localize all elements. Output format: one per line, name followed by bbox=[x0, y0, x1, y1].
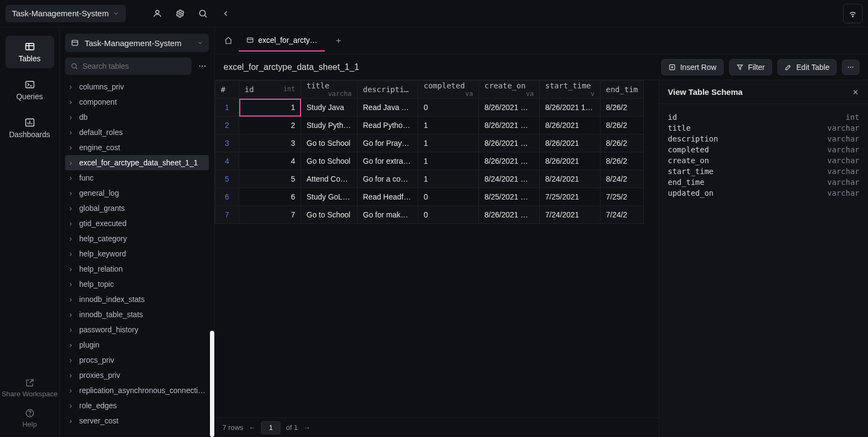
cell[interactable]: 8/26/2021 1… bbox=[540, 99, 601, 117]
close-schema-button[interactable] bbox=[852, 88, 859, 96]
filter-button[interactable]: Filter bbox=[729, 59, 772, 75]
table-item[interactable]: ›help_keyword bbox=[65, 246, 209, 261]
cell[interactable]: 8/26/2021 … bbox=[479, 99, 540, 117]
cell[interactable]: Go to School bbox=[301, 206, 358, 224]
search-tables-field[interactable] bbox=[82, 62, 186, 70]
help[interactable]: Help bbox=[22, 405, 37, 432]
row-number[interactable]: 3 bbox=[215, 134, 239, 152]
cell[interactable]: Study Python bbox=[301, 117, 358, 134]
table-item[interactable]: ›role_edges bbox=[65, 398, 209, 413]
explorer-more-button[interactable] bbox=[196, 60, 209, 73]
table-item[interactable]: ›default_roles bbox=[65, 125, 209, 140]
cell[interactable]: Go for mak… bbox=[358, 206, 418, 224]
cell[interactable]: 0 bbox=[418, 206, 479, 224]
cell[interactable]: Study GoLa… bbox=[301, 188, 358, 206]
cell[interactable]: 8/25/2021 … bbox=[479, 188, 540, 206]
cell[interactable]: 7/24/2 bbox=[601, 206, 644, 224]
workspace-selector[interactable]: Task-Management-System bbox=[5, 5, 126, 22]
table-item[interactable]: ›func bbox=[65, 170, 209, 185]
search-tables-input[interactable] bbox=[65, 57, 192, 75]
nav-tables[interactable]: Tables bbox=[5, 36, 54, 68]
column-header[interactable]: start_timev bbox=[540, 81, 601, 99]
cell[interactable]: 8/26/2021 bbox=[540, 117, 601, 134]
insert-row-button[interactable]: Insert Row bbox=[661, 59, 724, 75]
column-header[interactable]: create_onva bbox=[479, 81, 540, 99]
cell[interactable]: Study Java bbox=[301, 99, 358, 117]
table-item[interactable]: ›help_topic bbox=[65, 277, 209, 292]
table-item[interactable]: ›columns_priv bbox=[65, 79, 209, 94]
row-number[interactable]: 7 bbox=[215, 206, 239, 224]
cell[interactable]: 7/24/2021 bbox=[540, 206, 601, 224]
settings-button[interactable] bbox=[170, 4, 190, 23]
table-item[interactable]: ›procs_priv bbox=[65, 352, 209, 368]
table-item[interactable]: ›server_cost bbox=[65, 413, 209, 428]
cell[interactable]: 8/26/2021 … bbox=[479, 152, 540, 170]
table-item[interactable]: ›help_category bbox=[65, 231, 209, 246]
row-number[interactable]: 4 bbox=[215, 152, 239, 170]
cell[interactable]: Read Java … bbox=[358, 99, 418, 117]
table-more-button[interactable] bbox=[842, 60, 859, 75]
table-item[interactable]: ›global_grants bbox=[65, 201, 209, 216]
row-number[interactable]: 1 bbox=[215, 99, 239, 117]
cell[interactable]: 4 bbox=[239, 152, 301, 170]
cell[interactable]: 8/26/2021 bbox=[540, 134, 601, 152]
data-grid[interactable]: #idinttitlevarchadescriptioncompletedvac… bbox=[215, 80, 659, 417]
cell[interactable]: 6 bbox=[239, 188, 301, 206]
cell[interactable]: 8/26/2021 … bbox=[479, 117, 540, 134]
cell[interactable]: 8/26/2021 … bbox=[479, 134, 540, 152]
column-header[interactable]: titlevarcha bbox=[301, 81, 358, 99]
table-item[interactable]: ›innodb_index_stats bbox=[65, 292, 209, 307]
cell[interactable]: 7 bbox=[239, 206, 301, 224]
pager-prev[interactable]: ← bbox=[248, 423, 256, 432]
table-item[interactable]: ›help_relation bbox=[65, 261, 209, 277]
table-item[interactable]: ›replication_asynchronous_connecti… bbox=[65, 383, 209, 398]
pager-page-input[interactable]: 1 bbox=[261, 421, 280, 434]
table-item[interactable]: ›component bbox=[65, 94, 209, 110]
cell[interactable]: 1 bbox=[418, 152, 479, 170]
cell[interactable]: Read Pytho… bbox=[358, 117, 418, 134]
nav-queries[interactable]: Queries bbox=[5, 74, 54, 106]
table-item[interactable]: ›general_log bbox=[65, 185, 209, 201]
search-button[interactable] bbox=[193, 4, 213, 23]
cell[interactable]: 1 bbox=[239, 99, 301, 117]
collapse-panel-button[interactable] bbox=[216, 4, 235, 23]
cell[interactable]: 3 bbox=[239, 134, 301, 152]
table-item[interactable]: ›proxies_priv bbox=[65, 368, 209, 383]
cell[interactable]: 7/25/2021 bbox=[540, 188, 601, 206]
table-item[interactable]: ›gtid_executed bbox=[65, 216, 209, 231]
cell[interactable]: 8/26/2 bbox=[601, 99, 644, 117]
cell[interactable]: 7/25/2 bbox=[601, 188, 644, 206]
cell[interactable]: Go to School bbox=[301, 134, 358, 152]
cell[interactable]: 8/26/2021 … bbox=[479, 206, 540, 224]
new-tab-button[interactable] bbox=[330, 33, 347, 49]
pager-next[interactable]: → bbox=[303, 423, 310, 432]
cell[interactable]: Attend Con… bbox=[301, 170, 358, 188]
column-header[interactable]: idint bbox=[239, 81, 301, 99]
cell[interactable]: 0 bbox=[418, 188, 479, 206]
table-item[interactable]: ›password_history bbox=[65, 322, 209, 337]
cell[interactable]: Read Headf… bbox=[358, 188, 418, 206]
cell[interactable]: 5 bbox=[239, 170, 301, 188]
tab-active[interactable]: excel_for_arcty… bbox=[239, 30, 325, 52]
cell[interactable]: 8/26/2 bbox=[601, 117, 644, 134]
row-number[interactable]: 6 bbox=[215, 188, 239, 206]
table-item[interactable]: ›excel_for_arctype_data_sheet_1_1 bbox=[65, 155, 209, 170]
table-item[interactable]: ›db bbox=[65, 110, 209, 125]
share-workspace[interactable]: Share Workspace bbox=[2, 375, 58, 402]
cell[interactable]: Go for Pray… bbox=[358, 134, 418, 152]
cell[interactable]: 8/26/2 bbox=[601, 134, 644, 152]
row-number[interactable]: 2 bbox=[215, 117, 239, 134]
table-item[interactable]: ›innodb_table_stats bbox=[65, 307, 209, 322]
column-header[interactable]: end_tim bbox=[601, 81, 644, 99]
cell[interactable]: 8/24/2021 bbox=[540, 170, 601, 188]
column-header[interactable]: completedva bbox=[418, 81, 479, 99]
row-number[interactable]: 5 bbox=[215, 170, 239, 188]
cell[interactable]: 8/24/2021 … bbox=[479, 170, 540, 188]
cell[interactable]: 8/26/2 bbox=[601, 152, 644, 170]
cell[interactable]: 0 bbox=[418, 99, 479, 117]
cell[interactable]: Go to School bbox=[301, 152, 358, 170]
cell[interactable]: 1 bbox=[418, 117, 479, 134]
cell[interactable]: Go for extra… bbox=[358, 152, 418, 170]
cell[interactable]: 1 bbox=[418, 134, 479, 152]
cell[interactable]: Go for a co… bbox=[358, 170, 418, 188]
